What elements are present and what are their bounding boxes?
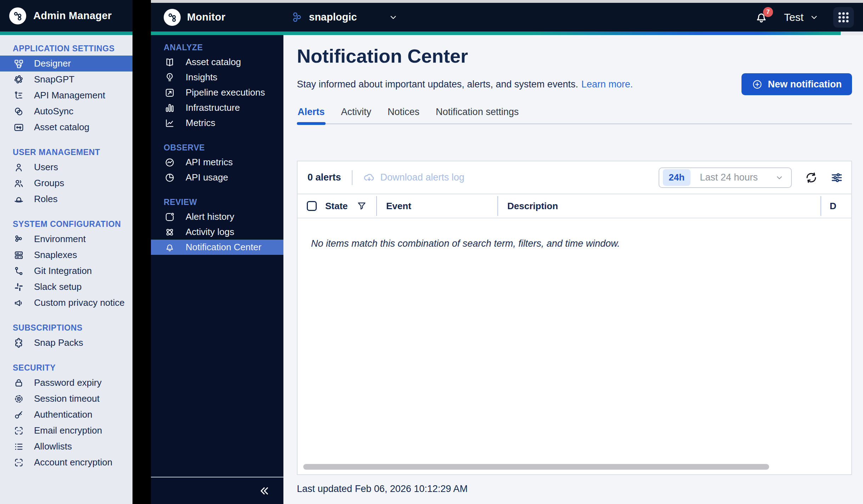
tab-bar: Alerts Activity Notices Notification set…: [297, 107, 852, 124]
sidebar-item-asset-catalog[interactable]: Asset catalog: [151, 55, 283, 70]
sidebar-item-alert-history[interactable]: Alert history: [151, 209, 283, 224]
encryption-brackets-icon: [13, 425, 25, 436]
window-top-strip: [151, 0, 863, 3]
download-alerts-log-button[interactable]: Download alerts log: [363, 172, 464, 184]
column-header-date: D: [830, 201, 836, 211]
horizontal-scrollbar: [300, 462, 848, 471]
pie-chart-icon: [164, 172, 176, 183]
tab-notices[interactable]: Notices: [387, 107, 420, 124]
sidebar-item-email-encryption[interactable]: Email encryption: [0, 423, 132, 439]
group-icon: [13, 178, 25, 189]
double-chevron-left-icon: [258, 485, 270, 497]
sidebar-item-activity-logs[interactable]: Activity logs: [151, 224, 283, 240]
time-range-chip: 24h: [663, 169, 691, 186]
section-header-user-management: USER MANAGEMENT: [0, 145, 132, 159]
hat-icon: [13, 194, 25, 205]
snapgpt-icon: [13, 74, 25, 85]
pipeline-icon: [164, 87, 176, 98]
key-icon: [13, 410, 25, 420]
main-content: Notification Center Stay informed about …: [283, 35, 863, 504]
tab-activity[interactable]: Activity: [340, 107, 372, 124]
sidebar-item-autosync[interactable]: AutoSync: [0, 103, 132, 119]
sidebar-item-snaplexes[interactable]: Snaplexes: [0, 247, 132, 263]
encryption-brackets-icon: [13, 457, 25, 468]
empty-state-message: No items match this combination of searc…: [298, 218, 851, 249]
environment-icon: [13, 234, 25, 245]
horizontal-scrollbar-thumb[interactable]: [303, 464, 769, 470]
section-header-analyze: ANALYZE: [151, 40, 283, 55]
new-notification-button[interactable]: New notification: [741, 73, 852, 95]
app-switcher-button[interactable]: [833, 7, 854, 28]
refresh-button[interactable]: [805, 171, 818, 184]
environment-selector[interactable]: snaplogic: [292, 11, 398, 23]
chevron-down-icon: [809, 12, 819, 22]
window-gap: [132, 0, 151, 504]
sidebar-item-account-encryption[interactable]: Account encryption: [0, 454, 132, 470]
page-subtitle: Stay informed about important updates, a…: [297, 79, 578, 90]
sidebar-item-authentication[interactable]: Authentication: [0, 407, 132, 423]
column-header-event: Event: [386, 201, 411, 211]
sidebar-item-asset-catalog-admin[interactable]: Asset catalog: [0, 119, 132, 135]
sidebar-item-api-management[interactable]: API Management: [0, 87, 132, 103]
chevron-down-icon: [775, 173, 784, 182]
chevron-down-icon: [388, 12, 398, 22]
collapse-sidebar-button[interactable]: [151, 477, 283, 504]
slack-icon: [13, 282, 25, 292]
sidebar-item-api-usage[interactable]: API usage: [151, 170, 283, 185]
timeout-icon: [13, 394, 25, 404]
api-management-icon: [13, 90, 25, 101]
sidebar-item-infrastructure[interactable]: Infrastructure: [151, 100, 283, 115]
sidebar-item-snap-packs[interactable]: Snap Packs: [0, 335, 132, 351]
sidebar-item-users[interactable]: Users: [0, 159, 132, 175]
user-name: Test: [784, 11, 803, 23]
select-all-checkbox[interactable]: [307, 201, 317, 211]
time-range-select[interactable]: 24h Last 24 hours: [659, 167, 792, 188]
monitor-app: Monitor snaplogic 7 Test ANALYZE: [151, 0, 863, 504]
sidebar-item-environment[interactable]: Environment: [0, 231, 132, 247]
tab-notification-settings[interactable]: Notification settings: [435, 107, 519, 124]
section-header-review: REVIEW: [151, 195, 283, 209]
sidebar-item-roles[interactable]: Roles: [0, 191, 132, 207]
hexagons-icon: [292, 12, 303, 23]
admin-manager-title: Admin Manager: [33, 10, 112, 22]
snaplogic-logo-icon: [164, 9, 181, 26]
sidebar-item-allowlists[interactable]: Allowlists: [0, 439, 132, 454]
sidebar-item-metrics[interactable]: Metrics: [151, 115, 283, 131]
book-icon: [164, 57, 176, 68]
notifications-bell-button[interactable]: 7: [754, 10, 768, 24]
alerts-table-card: 0 alerts Download alerts log 24h Last 24…: [297, 161, 852, 475]
state-filter-button[interactable]: [356, 201, 367, 211]
lightbulb-icon: [164, 72, 176, 83]
refresh-icon: [805, 171, 818, 184]
sidebar-item-password-expiry[interactable]: Password expiry: [0, 375, 132, 391]
monitor-sidebar: ANALYZE Asset catalog Insights Pipeline …: [151, 35, 283, 504]
section-header-application-settings: APPLICATION SETTINGS: [0, 41, 132, 56]
sidebar-item-pipeline-executions[interactable]: Pipeline executions: [151, 85, 283, 100]
sidebar-item-slack-setup[interactable]: Slack setup: [0, 279, 132, 295]
sidebar-item-session-timeout[interactable]: Session timeout: [0, 391, 132, 407]
sidebar-item-custom-privacy-notice[interactable]: Custom privacy notice: [0, 295, 132, 311]
sidebar-item-notification-center[interactable]: Notification Center: [151, 240, 283, 255]
git-branch-icon: [13, 266, 25, 276]
teal-accent-bar: [0, 31, 132, 35]
activity-logs-icon: [164, 227, 176, 237]
sidebar-item-insights[interactable]: Insights: [151, 70, 283, 85]
server-icon: [13, 250, 25, 260]
snaplogic-logo-icon: [9, 7, 26, 24]
grid-9-icon: [836, 10, 851, 24]
alert-history-icon: [164, 212, 176, 222]
sidebar-item-snapgpt[interactable]: SnapGPT: [0, 71, 132, 87]
admin-manager-header: Admin Manager: [0, 0, 132, 31]
tab-alerts[interactable]: Alerts: [297, 107, 326, 124]
sidebar-item-designer[interactable]: Designer: [0, 56, 132, 71]
plus-circle-icon: [752, 79, 763, 90]
sidebar-item-git-integration[interactable]: Git Integration: [0, 263, 132, 279]
filter-settings-button[interactable]: [830, 171, 844, 184]
monitor-topbar: Monitor snaplogic 7 Test: [151, 3, 863, 31]
lock-icon: [13, 378, 25, 388]
sidebar-item-groups[interactable]: Groups: [0, 175, 132, 191]
user-menu[interactable]: Test: [784, 11, 819, 23]
learn-more-link[interactable]: Learn more.: [581, 79, 633, 90]
alerts-toolbar: 0 alerts Download alerts log 24h Last 24…: [298, 161, 851, 194]
sidebar-item-api-metrics[interactable]: API metrics: [151, 155, 283, 170]
